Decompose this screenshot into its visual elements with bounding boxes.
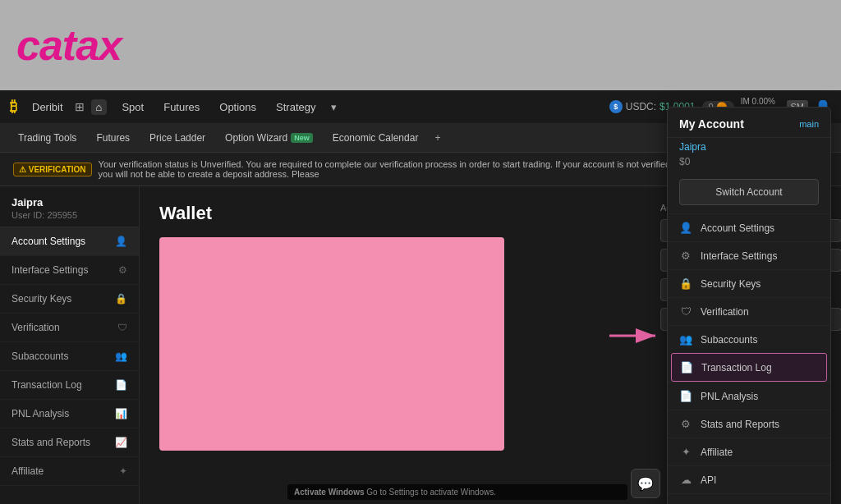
dropdown-security-icon: 🔒 <box>679 277 692 290</box>
verification-icon: 🛡 <box>117 322 127 333</box>
toolbar-price-ladder[interactable]: Price Ladder <box>141 123 214 153</box>
logo: catax <box>16 21 122 70</box>
sidebar-item-interface-settings[interactable]: Interface Settings ⚙ <box>0 256 139 285</box>
dropdown-affiliate[interactable]: ✦ Affiliate <box>668 438 830 465</box>
nav-options[interactable]: Options <box>211 90 264 123</box>
verification-badge: ⚠ VERIFICATION <box>13 163 92 176</box>
brand-name[interactable]: Deribit <box>24 90 71 123</box>
sidebar-user: Jaipra User ID: 295955 <box>0 186 139 227</box>
sidebar: Jaipra User ID: 295955 Account Settings … <box>0 186 140 504</box>
sidebar-username: Jaipra <box>11 196 127 208</box>
wallet-chart-area <box>159 237 504 451</box>
usdc-label: USDC: <box>626 101 656 112</box>
dropdown-transaction-log[interactable]: 📄 Transaction Log <box>671 353 827 382</box>
affiliate-icon: ✦ <box>119 465 127 477</box>
im-label: IM <box>741 97 750 106</box>
pnl-analysis-icon: 📊 <box>115 408 127 419</box>
sidebar-item-verification[interactable]: Verification 🛡 <box>0 314 139 342</box>
dropdown-standard-margin[interactable]: % Standard Margin <box>668 493 830 504</box>
toolbar-futures[interactable]: Futures <box>88 123 138 153</box>
dropdown-subaccounts[interactable]: 👥 Subaccounts <box>668 325 830 353</box>
dropdown-affiliate-icon: ✦ <box>679 446 692 458</box>
brand-icon: ₿ <box>10 99 17 116</box>
dropdown-header: My Account main <box>668 108 830 138</box>
dropdown-subaccounts-icon: 👥 <box>679 333 692 346</box>
dropdown-main-badge: main <box>799 119 819 129</box>
stats-reports-icon: 📈 <box>115 437 127 448</box>
sidebar-item-stats-reports[interactable]: Stats and Reports 📈 <box>0 428 139 457</box>
dropdown-pnl-analysis[interactable]: 📄 PNL Analysis <box>668 382 830 410</box>
sidebar-user-id: User ID: 295955 <box>11 210 127 220</box>
dropdown-account-settings[interactable]: 👤 Account Settings <box>668 213 830 241</box>
dropdown-title: My Account <box>679 117 744 131</box>
windows-notice: Activate Windows Go to Settings to activ… <box>287 484 627 500</box>
dropdown-transaction-icon: 📄 <box>680 361 693 373</box>
nav-futures[interactable]: Futures <box>155 90 208 123</box>
nav-strategy[interactable]: Strategy <box>268 90 324 123</box>
dropdown-stats-icon: ⚙ <box>679 418 692 430</box>
windows-activate-title: Activate Windows <box>294 488 364 497</box>
dropdown-account-name: Jaipra <box>668 138 830 156</box>
new-badge: New <box>291 133 313 143</box>
toolbar-economic-calendar[interactable]: Economic Calendar <box>324 123 427 153</box>
dropdown-account-settings-icon: 👤 <box>679 222 692 234</box>
home-icon[interactable]: ⌂ <box>91 99 108 115</box>
dropdown-interface-settings[interactable]: ⚙ Interface Settings <box>668 241 830 269</box>
account-dropdown: My Account main Jaipra $0 Switch Account… <box>667 107 831 504</box>
verification-message: Your verification status is Unverified. … <box>99 159 682 179</box>
subaccounts-icon: 👥 <box>115 351 127 362</box>
top-bar: catax <box>0 0 841 90</box>
toolbar-add-icon[interactable]: + <box>430 132 445 144</box>
nav-spot[interactable]: Spot <box>113 90 152 123</box>
transaction-log-icon: 📄 <box>115 379 127 391</box>
dropdown-api-icon: ☁ <box>679 474 692 486</box>
dropdown-security-keys[interactable]: 🔒 Security Keys <box>668 269 830 297</box>
sidebar-item-pnl-analysis[interactable]: PNL Analysis 📊 <box>0 400 139 428</box>
dropdown-stats-reports[interactable]: ⚙ Stats and Reports <box>668 410 830 438</box>
switch-account-button[interactable]: Switch Account <box>679 179 819 205</box>
dropdown-balance: $0 <box>668 156 830 174</box>
dropdown-pnl-icon: 📄 <box>679 390 692 402</box>
sidebar-item-account-settings[interactable]: Account Settings 👤 <box>0 227 139 256</box>
nav-dropdown-chevron[interactable]: ▾ <box>328 101 340 113</box>
dropdown-api[interactable]: ☁ API <box>668 465 830 493</box>
dropdown-interface-icon: ⚙ <box>679 250 692 262</box>
sidebar-item-transaction-log[interactable]: Transaction Log 📄 <box>0 371 139 400</box>
sidebar-item-security-keys[interactable]: Security Keys 🔒 <box>0 285 139 314</box>
account-settings-icon: 👤 <box>115 236 127 247</box>
toolbar-trading-tools[interactable]: Trading Tools <box>10 123 85 153</box>
arrow-svg <box>608 324 665 347</box>
dropdown-verification[interactable]: 🛡 Verification <box>668 297 830 325</box>
sidebar-item-affiliate[interactable]: Affiliate ✦ <box>0 457 139 486</box>
interface-settings-icon: ⚙ <box>118 264 127 276</box>
arrow-annotation <box>608 324 665 351</box>
usdc-icon: $ <box>609 100 623 113</box>
grid-icon[interactable]: ⊞ <box>75 100 85 113</box>
im-value: 0.00% <box>752 97 775 106</box>
windows-activate-text: Go to Settings to activate Windows. <box>366 488 496 497</box>
security-keys-icon: 🔒 <box>115 293 127 305</box>
chat-button[interactable]: 💬 <box>631 469 660 498</box>
dropdown-verification-icon: 🛡 <box>679 305 692 318</box>
sidebar-item-subaccounts[interactable]: Subaccounts 👥 <box>0 342 139 371</box>
toolbar-option-wizard[interactable]: Option Wizard New <box>217 123 321 153</box>
